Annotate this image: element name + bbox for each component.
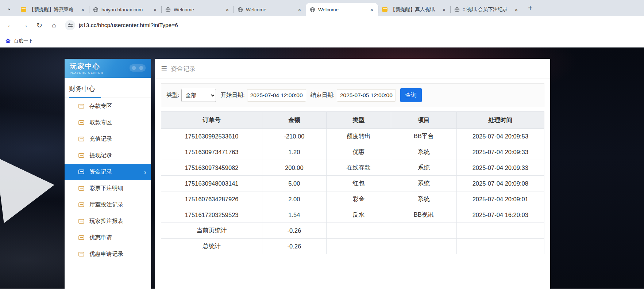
tab-close-icon[interactable]: × xyxy=(513,6,520,13)
filter-bar: 类型: 全部 开始日期: 结束日期: 查询 xyxy=(161,83,544,107)
globe-icon xyxy=(310,7,315,12)
sidebar-menu-item[interactable]: 提现记录 › xyxy=(65,147,151,164)
sidebar-section-title: 财务中心 xyxy=(65,78,151,98)
end-date-input[interactable] xyxy=(337,89,396,102)
table-cell: 系统 xyxy=(391,160,456,176)
table-cell: 红包 xyxy=(326,176,391,191)
site-info-button[interactable] xyxy=(65,20,75,30)
tab-close-icon[interactable]: × xyxy=(80,6,86,13)
browser-tab[interactable]: 【新提醒】真人视讯 × xyxy=(378,3,450,16)
tab-close-icon[interactable]: × xyxy=(224,6,231,13)
url-text: js13.cc/hhcp/usercenter.html?iniType=6 xyxy=(79,22,178,28)
table-cell: 2025-07-04 16:20:03 xyxy=(456,207,544,223)
browser-tab[interactable]: Welcome × xyxy=(234,3,306,16)
player-bet-report-icon xyxy=(78,219,84,224)
menu-item-label: 存款专区 xyxy=(89,102,112,110)
start-date-input[interactable] xyxy=(247,89,306,102)
browser-navbar: ← → ↻ ⌂ js13.cc/hhcp/usercenter.html?ini… xyxy=(0,16,644,34)
table-row: 1751630992533610-210.00额度转出BB平台2025-07-0… xyxy=(161,129,544,144)
table-row: 当前页统计-0.26 xyxy=(161,223,544,239)
tab-close-icon[interactable]: × xyxy=(441,6,447,13)
browser-tab[interactable]: haiyan.hfanax.com × xyxy=(89,3,161,16)
table-row: 17516309480031415.00红包系统2025-07-04 20:09… xyxy=(161,176,544,191)
globe-icon xyxy=(165,7,171,12)
new-tab-button[interactable]: + xyxy=(525,3,536,14)
table-cell: 系统 xyxy=(391,144,456,160)
table-cell: 优惠 xyxy=(326,144,391,160)
page-title: 资金记录 xyxy=(171,65,196,73)
table-row: 17516076342879262.00彩金系统2025-07-04 20:09… xyxy=(161,191,544,207)
withdraw-records-icon xyxy=(78,153,84,158)
table-cell: 当前页统计 xyxy=(161,223,262,239)
tab-favicon xyxy=(454,7,460,12)
home-icon: ⌂ xyxy=(52,21,56,29)
chevron-down-icon: ⌄ xyxy=(7,5,11,11)
browser-tab[interactable]: :::视讯 会员下注纪录 × xyxy=(450,3,522,16)
menu-item-label: 彩票下注明细 xyxy=(89,185,123,192)
back-button[interactable]: ← xyxy=(4,19,17,32)
tab-title: Welcome xyxy=(246,7,293,12)
sidebar-header: 玩家中心 PLAYERS CENTER xyxy=(65,59,151,78)
table-cell xyxy=(391,223,456,239)
sidebar-menu-item[interactable]: 厅室投注记录 › xyxy=(65,197,151,213)
table-cell: -0.26 xyxy=(262,223,326,239)
browser-tab[interactable]: Welcome × xyxy=(306,3,378,16)
tab-strip: ⌄ 【新提醒】海燕策略 × xyxy=(0,0,644,16)
sidebar-menu-item[interactable]: 充值记录 › xyxy=(65,131,151,147)
table-cell: 总统计 xyxy=(161,239,262,254)
table-cell xyxy=(326,239,391,254)
message-icon xyxy=(21,7,26,12)
table-cell xyxy=(391,239,456,254)
sidebar-menu-item[interactable]: 优惠申请 › xyxy=(65,229,151,246)
browser-tab[interactable]: 【新提醒】海燕策略 × xyxy=(17,3,89,16)
menu-item-label: 充值记录 xyxy=(89,135,112,143)
forward-button[interactable]: → xyxy=(18,19,31,32)
menu-item-label: 资金记录 xyxy=(89,168,112,176)
tab-title: 【新提醒】海燕策略 xyxy=(29,6,77,13)
table-cell: 彩金 xyxy=(326,191,391,207)
start-date-label: 开始日期: xyxy=(220,91,244,99)
site-settings-icon xyxy=(68,23,73,28)
tab-title: 【新提醒】真人视讯 xyxy=(390,6,438,13)
sidebar-menu-item[interactable]: 资金记录 › xyxy=(65,164,151,180)
withdraw-zone-icon xyxy=(78,120,84,125)
table-cell: 系统 xyxy=(391,176,456,191)
table-row: 17516172032595231.54反水BB视讯2025-07-04 16:… xyxy=(161,207,544,223)
tab-title: Welcome xyxy=(174,7,221,12)
reload-button[interactable]: ↻ xyxy=(33,19,46,32)
browser-chrome: ⌄ 【新提醒】海燕策略 × xyxy=(0,0,644,47)
table-cell: 2025-07-04 20:09:33 xyxy=(456,160,544,176)
home-button[interactable]: ⌂ xyxy=(47,19,61,32)
sidebar-menu-item[interactable]: 彩票下注明细 › xyxy=(65,180,151,197)
tab-close-icon[interactable]: × xyxy=(369,6,375,13)
column-header: 金额 xyxy=(262,112,326,129)
table-cell: -210.00 xyxy=(262,129,326,144)
sidebar-menu-item[interactable]: 优惠申请记录 › xyxy=(65,246,151,262)
tab-close-icon[interactable]: × xyxy=(152,6,158,13)
deposit-zone-icon xyxy=(78,104,84,109)
hamburger-icon[interactable]: ☰ xyxy=(161,65,167,73)
tab-favicon xyxy=(93,7,99,12)
gamepad-icon xyxy=(129,63,146,73)
lottery-bet-details-icon xyxy=(78,186,84,191)
table-cell xyxy=(456,239,544,254)
sidebar-menu-item[interactable]: 取款专区 › xyxy=(65,114,151,131)
browser-tab[interactable]: Welcome × xyxy=(161,3,234,16)
sidebar-menu-item[interactable]: 存款专区 › xyxy=(65,98,151,114)
bookmark-baidu[interactable]: 百度一下 xyxy=(5,38,33,44)
tab-search-button[interactable]: ⌄ xyxy=(4,3,15,14)
table-cell: 在线存款 xyxy=(326,160,391,176)
tab-close-icon[interactable]: × xyxy=(296,6,303,13)
table-cell: 反水 xyxy=(326,207,391,223)
table-cell: 额度转出 xyxy=(326,129,391,144)
type-select[interactable]: 全部 xyxy=(181,89,216,102)
address-bar[interactable]: js13.cc/hhcp/usercenter.html?iniType=6 xyxy=(65,20,640,30)
table-row: 17516309734717631.20优惠系统2025-07-04 20:09… xyxy=(161,144,544,160)
sidebar: 玩家中心 PLAYERS CENTER 财务中心 存款专区 › 取款专区 › xyxy=(65,59,151,289)
reload-icon: ↻ xyxy=(36,21,42,30)
query-button[interactable]: 查询 xyxy=(400,88,422,102)
table-row: 1751630973459082200.00在线存款系统2025-07-04 2… xyxy=(161,160,544,176)
sidebar-menu-item[interactable]: 玩家投注报表 › xyxy=(65,213,151,229)
table-cell: 系统 xyxy=(391,191,456,207)
table-row: 总统计-0.26 xyxy=(161,239,544,254)
